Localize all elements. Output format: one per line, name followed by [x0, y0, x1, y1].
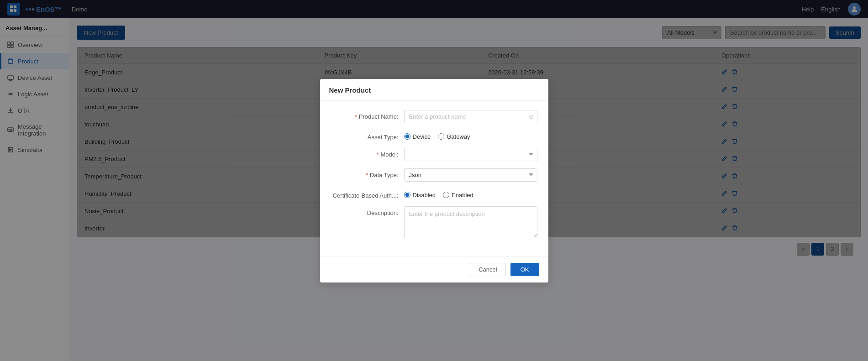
description-label: Description: — [331, 206, 404, 216]
product-name-input[interactable] — [404, 110, 537, 123]
model-control — [404, 148, 537, 161]
dialog-footer: Cancel OK — [320, 256, 548, 283]
model-select[interactable] — [404, 148, 537, 161]
asset-type-radio-group: Device Gateway — [404, 131, 537, 140]
cert-auth-enabled-radio[interactable] — [443, 192, 449, 198]
dialog-body: Product Name: ⊙ Asset Type: Device — [320, 101, 548, 256]
asset-type-gateway-radio[interactable] — [438, 133, 444, 140]
new-product-dialog: New Product Product Name: ⊙ Asset Type: … — [320, 79, 548, 283]
model-label: Model: — [331, 148, 404, 158]
cert-auth-disabled-label: Disabled — [413, 192, 436, 199]
asset-type-row: Asset Type: Device Gateway — [331, 131, 537, 141]
ok-button[interactable]: OK — [510, 263, 539, 276]
input-clear-icon: ⊙ — [529, 113, 534, 120]
cert-auth-enabled-label: Enabled — [452, 192, 473, 199]
description-textarea[interactable] — [404, 206, 537, 238]
product-name-row: Product Name: ⊙ — [331, 110, 537, 123]
description-control — [404, 206, 537, 240]
cert-auth-enabled-option[interactable]: Enabled — [443, 192, 473, 199]
cert-auth-control: Disabled Enabled — [404, 189, 537, 199]
cert-auth-row: Certificate-Based Auth...: Disabled Enab… — [331, 189, 537, 199]
model-row: Model: — [331, 148, 537, 161]
asset-type-device-label: Device — [413, 133, 431, 140]
cert-auth-disabled-option[interactable]: Disabled — [404, 192, 436, 199]
asset-type-gateway-label: Gateway — [447, 133, 470, 140]
asset-type-label: Asset Type: — [331, 131, 404, 141]
asset-type-device-option[interactable]: Device — [404, 133, 431, 140]
cancel-button[interactable]: Cancel — [470, 263, 505, 276]
modal-overlay: New Product Product Name: ⊙ Asset Type: … — [0, 0, 868, 361]
description-row: Description: — [331, 206, 537, 240]
cert-auth-disabled-radio[interactable] — [404, 192, 410, 198]
asset-type-device-radio[interactable] — [404, 133, 410, 140]
data-type-control: Json XML Binary — [404, 168, 537, 182]
cert-auth-radio-group: Disabled Enabled — [404, 189, 537, 199]
dialog-title: New Product — [320, 79, 548, 101]
product-name-control: ⊙ — [404, 110, 537, 123]
asset-type-gateway-option[interactable]: Gateway — [438, 133, 470, 140]
data-type-label: Data Type: — [331, 168, 404, 178]
data-type-select[interactable]: Json XML Binary — [404, 168, 537, 182]
data-type-row: Data Type: Json XML Binary — [331, 168, 537, 182]
cert-auth-label: Certificate-Based Auth...: — [331, 189, 404, 199]
product-name-label: Product Name: — [331, 110, 404, 120]
asset-type-control: Device Gateway — [404, 131, 537, 140]
